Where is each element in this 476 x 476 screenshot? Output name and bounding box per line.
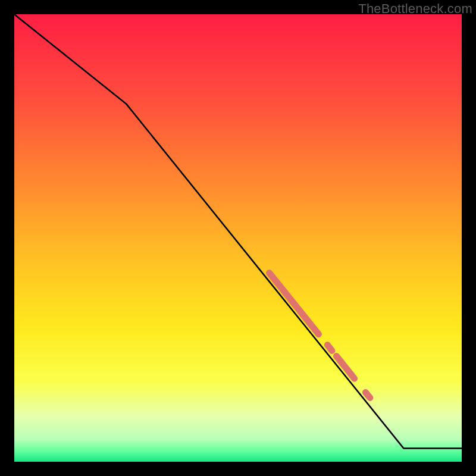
highlight-segment: [365, 392, 370, 397]
highlight-segment: [270, 273, 319, 334]
watermark-text: TheBottleneck.com: [358, 1, 472, 17]
plot-area: [14, 14, 462, 462]
chart-stage: TheBottleneck.com: [0, 0, 476, 476]
highlight-segment: [327, 345, 332, 351]
series-layer: [14, 14, 462, 462]
bottleneck-curve: [14, 14, 462, 448]
highlight-segments: [270, 273, 370, 398]
